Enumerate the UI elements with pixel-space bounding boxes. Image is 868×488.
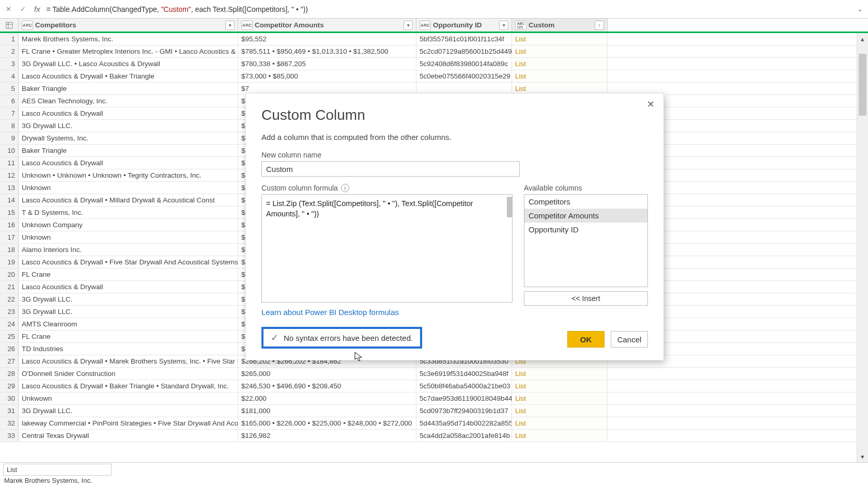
list-link[interactable]: List <box>515 35 526 43</box>
column-header-custom[interactable]: ABC123 Custom ↕ <box>512 19 608 32</box>
row-header[interactable]: 20 <box>0 269 19 280</box>
table-row[interactable]: 28O'Donnell Snider Construction$265,0005… <box>0 368 868 380</box>
cell-opportunity[interactable]: 5c50b8f46aba54000a21be03 <box>416 380 512 392</box>
row-header[interactable]: 2 <box>0 45 19 57</box>
row-header[interactable]: 28 <box>0 368 19 380</box>
table-row[interactable]: 2FL Crane • Greater Metroplex Interiors … <box>0 45 868 58</box>
formula-expand-icon[interactable]: ⌄ <box>855 5 865 13</box>
list-link[interactable]: List <box>515 72 526 80</box>
table-row[interactable]: 29Lasco Acoustics & Drywall • Baker Tria… <box>0 380 868 392</box>
row-header[interactable]: 18 <box>0 244 19 256</box>
cell-opportunity[interactable]: 5bf3557581c01f001f11c34f <box>416 33 512 45</box>
row-header[interactable]: 14 <box>0 194 19 206</box>
cell-competitors[interactable]: 3G Drywall LLC. • Lasco Acoustics & Dryw… <box>19 58 238 70</box>
cell-competitors[interactable]: Lasco Acoustics & Drywall • Marek Brothe… <box>19 355 238 367</box>
cell-opportunity[interactable]: 5c2cd07129a856001b25d449 <box>416 45 512 57</box>
dialog-close-icon[interactable]: ✕ <box>645 99 656 110</box>
row-header[interactable]: 7 <box>0 107 19 119</box>
row-header[interactable]: 26 <box>0 343 19 355</box>
formula-text[interactable]: = Table.AddColumn(ChangedType, "Custom",… <box>47 5 850 13</box>
available-columns-list[interactable]: CompetitorsCompetitor AmountsOpportunity… <box>524 194 648 287</box>
cell-competitors[interactable]: Lasco Acoustics & Drywall <box>19 281 238 293</box>
list-link[interactable]: List <box>515 382 526 390</box>
table-row[interactable]: 30Unkwown$22,0005c7dae953d61190018049b44… <box>0 392 868 405</box>
cell-amounts[interactable]: $22,000 <box>238 392 416 404</box>
list-link[interactable]: List <box>515 370 526 377</box>
cell-competitors[interactable]: Alamo Interiors Inc. <box>19 244 238 256</box>
info-icon[interactable]: i <box>341 184 349 192</box>
formula-commit-icon[interactable]: ✓ <box>18 4 28 14</box>
cell-opportunity[interactable]: 5c0ebe075566f40020315e29 <box>416 70 512 82</box>
cell-competitors[interactable]: Unknown Company <box>19 219 238 231</box>
cell-competitors[interactable]: 3G Drywall LLC. <box>19 306 238 318</box>
cell-competitors[interactable]: 3G Drywall LLC. <box>19 405 238 417</box>
row-header[interactable]: 3 <box>0 58 19 70</box>
cell-competitors[interactable]: Central Texas Drywall <box>19 430 238 442</box>
row-header[interactable]: 22 <box>0 293 19 305</box>
row-header[interactable]: 8 <box>0 120 19 132</box>
table-row[interactable]: 32lakeway Commercial • PinPoint Strategi… <box>0 417 868 430</box>
cell-competitors[interactable]: Lasco Acoustics & Drywall • Baker Triang… <box>19 380 238 392</box>
available-column-item[interactable]: Competitors <box>524 195 647 209</box>
table-row[interactable]: 33G Drywall LLC. • Lasco Acoustics & Dry… <box>0 58 868 70</box>
cell-competitors[interactable]: lakeway Commercial • PinPoint Strategies… <box>19 417 238 429</box>
cell-competitors[interactable]: Lasco Acoustics & Drywall • Millard Dryw… <box>19 194 238 206</box>
table-row[interactable]: 313G Drywall LLC.$181,0005cd0973b7ff2940… <box>0 405 868 417</box>
cell-competitors[interactable]: Lasco Acoustics & Drywall <box>19 107 238 119</box>
cell-competitors[interactable]: Lasco Acoustics & Drywall • Baker Triang… <box>19 70 238 82</box>
row-header[interactable]: 10 <box>0 145 19 156</box>
cell-competitors[interactable]: AES Clean Technology, Inc. <box>19 95 238 107</box>
cell-custom[interactable]: List <box>512 430 608 442</box>
cell-competitors[interactable]: FL Crane • Greater Metroplex Interiors I… <box>19 45 238 57</box>
cell-competitors[interactable]: Lasco Acoustics & Drywall <box>19 157 238 169</box>
cell-competitors[interactable]: FL Crane <box>19 269 238 280</box>
new-column-name-input[interactable] <box>261 161 520 177</box>
cell-competitors[interactable]: 3G Drywall LLC. <box>19 120 238 132</box>
column-header-amounts[interactable]: ABC Competitor Amounts ▾ <box>238 19 416 32</box>
row-header[interactable]: 29 <box>0 380 19 392</box>
insert-column-button[interactable]: << Insert <box>524 291 648 306</box>
list-link[interactable]: List <box>515 432 526 439</box>
cell-competitors[interactable]: Baker Triangle <box>19 145 238 156</box>
cell-competitors[interactable]: FL Crane <box>19 330 238 342</box>
table-row[interactable]: 33Central Texas Drywall$126,9825ca4dd2a0… <box>0 430 868 442</box>
cell-competitors[interactable]: Unkwown <box>19 392 238 404</box>
cell-opportunity[interactable]: 5c7dae953d61190018049b44 <box>416 392 512 404</box>
cell-custom[interactable]: List <box>512 33 608 45</box>
column-filter-icon[interactable]: ▾ <box>404 21 413 30</box>
row-header[interactable]: 17 <box>0 231 19 243</box>
cell-competitors[interactable]: T & D Systems, Inc. <box>19 207 238 218</box>
row-header[interactable]: 16 <box>0 219 19 231</box>
cell-custom[interactable]: List <box>512 380 608 392</box>
cell-competitors[interactable]: Baker Triangle <box>19 83 238 95</box>
row-header[interactable]: 30 <box>0 392 19 404</box>
custom-formula-input[interactable]: = List.Zip (Text.Split([Competitors], " … <box>261 194 513 303</box>
cell-opportunity[interactable]: 5d4435a95d714b002282a855 <box>416 417 512 429</box>
cell-amounts[interactable]: $265,000 <box>238 368 416 380</box>
cell-custom[interactable]: List <box>512 392 608 404</box>
cell-amounts[interactable]: $780,338 • $867,205 <box>238 58 416 70</box>
cell-competitors[interactable]: TD Industries <box>19 343 238 355</box>
table-row[interactable]: 4Lasco Acoustics & Drywall • Baker Trian… <box>0 70 868 83</box>
cell-amounts[interactable]: $181,000 <box>238 405 416 417</box>
cell-amounts[interactable]: $73,000 • $85,000 <box>238 70 416 82</box>
cell-custom[interactable]: List <box>512 45 608 57</box>
column-filter-icon[interactable]: ▾ <box>225 21 235 30</box>
scroll-down-icon[interactable]: ▾ <box>857 451 868 462</box>
cell-competitors[interactable]: Unknown <box>19 231 238 243</box>
cell-opportunity[interactable]: 5c3e6919f531d40025ba948f <box>416 368 512 380</box>
ok-button[interactable]: OK <box>567 331 605 348</box>
cell-competitors[interactable]: Marek Brothers Systems, Inc. <box>19 33 238 45</box>
list-link[interactable]: List <box>515 419 526 427</box>
table-row[interactable]: 1Marek Brothers Systems, Inc.$95,5525bf3… <box>0 33 868 45</box>
cell-custom[interactable]: List <box>512 368 608 380</box>
cell-opportunity[interactable]: 5c92408d6f83980014fa089c <box>416 58 512 70</box>
list-link[interactable]: List <box>515 60 526 68</box>
list-link[interactable]: List <box>515 48 526 55</box>
list-link[interactable]: List <box>515 395 526 402</box>
learn-formulas-link[interactable]: Learn about Power BI Desktop formulas <box>261 308 399 317</box>
formula-cancel-icon[interactable]: ✕ <box>3 4 13 14</box>
column-expand-icon[interactable]: ↕ <box>595 21 604 30</box>
cancel-button[interactable]: Cancel <box>611 331 648 348</box>
formula-scroll-thumb[interactable] <box>507 197 512 217</box>
